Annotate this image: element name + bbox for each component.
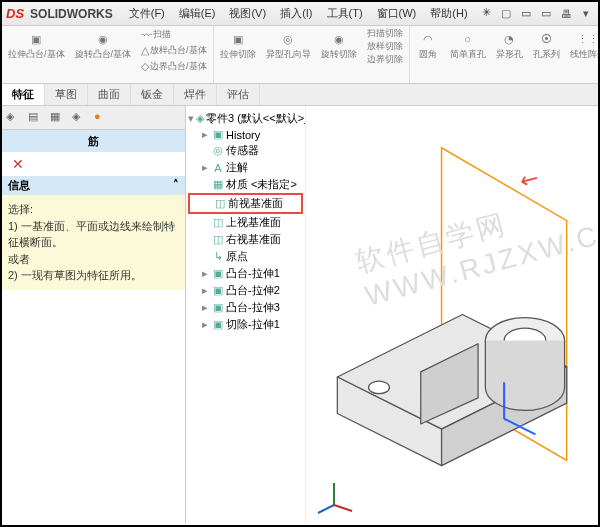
wrap-icon: ◔ — [499, 29, 519, 49]
feature-tree: ▾◈零件3 (默认<<默认>_显... ▸▣History ◎传感器 ▸A注解 … — [186, 106, 306, 523]
pattern-icon: ⋮⋮ — [578, 29, 598, 49]
simple-hole-button[interactable]: ○简单直孔 — [448, 28, 488, 79]
tab-weldment[interactable]: 焊件 — [174, 84, 217, 105]
tab-surface[interactable]: 曲面 — [88, 84, 131, 105]
extrude-feature-icon: ▣ — [212, 285, 224, 297]
qat-print-icon[interactable]: 🖶 — [558, 6, 574, 22]
revolve-boss-button[interactable]: ◉旋转凸台/基体 — [73, 28, 134, 74]
wrap-button[interactable]: ◔异形孔 — [494, 28, 525, 79]
menu-view[interactable]: 视图(V) — [223, 4, 272, 23]
tree-feature1[interactable]: ▸▣凸台-拉伸1 — [188, 265, 303, 282]
main-menu: 文件(F) 编辑(E) 视图(V) 插入(I) 工具(T) 窗口(W) 帮助(H… — [123, 4, 497, 23]
sweep-icon: 〰 — [141, 29, 152, 41]
display-manager-tab-icon[interactable]: ● — [94, 110, 110, 126]
tree-feature2[interactable]: ▸▣凸台-拉伸2 — [188, 282, 303, 299]
model-view — [306, 106, 598, 523]
material-icon: ▦ — [212, 179, 224, 191]
tree-right-plane[interactable]: ◫右视基准面 — [188, 231, 303, 248]
series-icon: ⦿ — [536, 29, 556, 49]
property-manager-tab-icon[interactable]: ▤ — [28, 110, 44, 126]
feature-manager-tab-icon[interactable]: ◈ — [6, 110, 22, 126]
info-line2: 2) 一现有草图为特征所用。 — [8, 267, 179, 284]
ribbon-group-features: ◠圆角 ○简单直孔 ◔异形孔 ⦿孔系列 ⋮⋮线性阵列 ◫筋 ▢抽壳 ◓包覆 拔模… — [410, 26, 598, 83]
info-or: 或者 — [8, 251, 179, 268]
fillet-button[interactable]: ◠圆角 — [414, 28, 442, 79]
svg-point-7 — [369, 381, 390, 394]
extrude-feature-icon: ▣ — [212, 302, 224, 314]
title-bar: DS SOLIDWORKS 文件(F) 编辑(E) 视图(V) 插入(I) 工具… — [2, 2, 598, 26]
boundary-icon: ◇ — [141, 60, 149, 73]
cut-extrude-icon: ▣ — [228, 29, 248, 49]
sweep-button[interactable]: 〰扫描 — [139, 28, 209, 42]
tree-origin[interactable]: ↳原点 — [188, 248, 303, 265]
tree-root[interactable]: ▾◈零件3 (默认<<默认>_显... — [188, 110, 303, 127]
info-body: 选择: 1) 一基准面、平面或边线来绘制特征横断面。 或者 2) 一现有草图为特… — [2, 195, 185, 290]
tree-feature4[interactable]: ▸▣切除-拉伸1 — [188, 316, 303, 333]
info-line1: 1) 一基准面、平面或边线来绘制特征横断面。 — [8, 218, 179, 251]
command-tabs: 特征 草图 曲面 钣金 焊件 评估 — [2, 84, 598, 106]
graphics-viewport[interactable]: 软件自学网 WWW.RJZXW.COM ↙ — [306, 106, 598, 523]
close-panel-button[interactable]: ✕ — [6, 154, 30, 174]
panel-title: 筋 — [2, 130, 185, 152]
ribbon-group-cut: ▣拉伸切除 ◎异型孔向导 ◉旋转切除 扫描切除 放样切除 边界切除 — [214, 26, 410, 83]
sensor-icon: ◎ — [212, 145, 224, 157]
annotation-icon: A — [212, 162, 224, 174]
logo-icon: DS — [6, 6, 24, 21]
extrude-boss-button[interactable]: ▣拉伸凸台/基体 — [6, 28, 67, 74]
origin-icon: ↳ — [212, 251, 224, 263]
main-area: ◈ ▤ ▦ ◈ ● 筋 ✕ 信息 ˄ 选择: 1) 一基准面、平面或边线来绘制特… — [2, 106, 598, 523]
quick-access-toolbar: ▢ ▭ ▭ 🖶 ▾ — [498, 6, 594, 22]
tree-history[interactable]: ▸▣History — [188, 127, 303, 142]
tab-sketch[interactable]: 草图 — [45, 84, 88, 105]
cut-boundary-button[interactable]: 边界切除 — [365, 54, 405, 66]
plane-icon: ◫ — [214, 198, 226, 210]
tab-sheetmetal[interactable]: 钣金 — [131, 84, 174, 105]
tree-annotations[interactable]: ▸A注解 — [188, 159, 303, 176]
dimxpert-tab-icon[interactable]: ◈ — [72, 110, 88, 126]
loft-button[interactable]: △放样凸台/基体 — [139, 43, 209, 58]
menu-window[interactable]: 窗口(W) — [371, 4, 423, 23]
plane-icon: ◫ — [212, 217, 224, 229]
config-manager-tab-icon[interactable]: ▦ — [50, 110, 66, 126]
tree-material[interactable]: ▦材质 <未指定> — [188, 176, 303, 193]
qat-open-icon[interactable]: ▭ — [518, 6, 534, 22]
select-label: 选择: — [8, 201, 179, 218]
cut-revolve-icon: ◉ — [329, 29, 349, 49]
cut-sweep-button[interactable]: 扫描切除 — [365, 28, 405, 40]
svg-line-11 — [334, 505, 352, 511]
cut-revolve-button[interactable]: ◉旋转切除 — [319, 28, 359, 66]
tree-top-plane[interactable]: ◫上视基准面 — [188, 214, 303, 231]
cut-loft-button[interactable]: 放样切除 — [365, 41, 405, 53]
part-icon: ◈ — [196, 113, 204, 125]
menu-edit[interactable]: 编辑(E) — [173, 4, 222, 23]
tab-feature[interactable]: 特征 — [2, 84, 45, 105]
qat-more-icon[interactable]: ▾ — [578, 6, 594, 22]
property-manager: ◈ ▤ ▦ ◈ ● 筋 ✕ 信息 ˄ 选择: 1) 一基准面、平面或边线来绘制特… — [2, 106, 186, 523]
series-button[interactable]: ⦿孔系列 — [531, 28, 562, 79]
manager-tabs: ◈ ▤ ▦ ◈ ● — [2, 106, 185, 130]
qat-new-icon[interactable]: ▢ — [498, 6, 514, 22]
collapse-icon[interactable]: ˄ — [173, 178, 179, 191]
pattern-button[interactable]: ⋮⋮线性阵列 — [568, 28, 598, 79]
info-header: 信息 ˄ — [2, 176, 185, 195]
qat-save-icon[interactable]: ▭ — [538, 6, 554, 22]
svg-line-12 — [318, 505, 334, 513]
menu-help[interactable]: 帮助(H) — [424, 4, 473, 23]
ribbon-group-boss: ▣拉伸凸台/基体 ◉旋转凸台/基体 〰扫描 △放样凸台/基体 ◇边界凸台/基体 — [2, 26, 214, 83]
menu-tools[interactable]: 工具(T) — [321, 4, 369, 23]
center-area: ▾◈零件3 (默认<<默认>_显... ▸▣History ◎传感器 ▸A注解 … — [186, 106, 598, 523]
menu-search-icon[interactable]: ✳ — [476, 4, 497, 23]
cut-extrude-button[interactable]: ▣拉伸切除 — [218, 28, 258, 66]
tree-front-plane[interactable]: ◫前视基准面 — [188, 193, 303, 214]
fillet-icon: ◠ — [418, 29, 438, 49]
view-triad-icon[interactable] — [314, 475, 354, 515]
extrude-icon: ▣ — [26, 29, 46, 49]
tree-sensors[interactable]: ◎传感器 — [188, 142, 303, 159]
menu-file[interactable]: 文件(F) — [123, 4, 171, 23]
tab-evaluate[interactable]: 评估 — [217, 84, 260, 105]
ribbon: ▣拉伸凸台/基体 ◉旋转凸台/基体 〰扫描 △放样凸台/基体 ◇边界凸台/基体 … — [2, 26, 598, 84]
hole-wizard-button[interactable]: ◎异型孔向导 — [264, 28, 313, 66]
menu-insert[interactable]: 插入(I) — [274, 4, 318, 23]
boundary-button[interactable]: ◇边界凸台/基体 — [139, 59, 209, 74]
tree-feature3[interactable]: ▸▣凸台-拉伸3 — [188, 299, 303, 316]
